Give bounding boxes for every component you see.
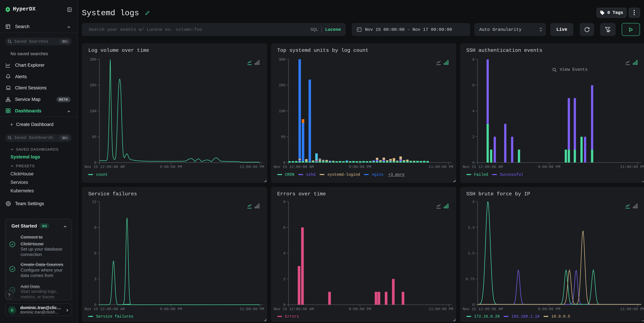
svg-text:190: 190	[90, 109, 96, 113]
svg-text:11:00:00 PM: 11:00:00 PM	[620, 165, 644, 169]
svg-text:380: 380	[278, 58, 285, 62]
svg-text:9:00:00 PM: 9:00:00 PM	[538, 307, 560, 311]
svg-text:2.3: 2.3	[468, 226, 474, 230]
svg-text:11:00:00 PM: 11:00:00 PM	[428, 307, 453, 311]
svg-text:4: 4	[283, 251, 285, 256]
svg-text:6: 6	[283, 226, 285, 230]
svg-text:1.5: 1.5	[468, 251, 474, 256]
svg-text:0.75: 0.75	[466, 277, 474, 281]
svg-text:95: 95	[92, 135, 96, 139]
svg-text:0: 0	[283, 303, 285, 307]
svg-text:0: 0	[472, 161, 474, 165]
svg-text:3: 3	[94, 277, 96, 281]
svg-text:9:00:00 PM: 9:00:00 PM	[349, 165, 371, 169]
svg-text:Nov 15 12:00:00 AM: Nov 15 12:00:00 AM	[274, 307, 314, 311]
svg-text:Nov 15 12:00:00 AM: Nov 15 12:00:00 AM	[274, 165, 314, 169]
svg-text:11:00:00 PM: 11:00:00 PM	[240, 165, 264, 169]
svg-text:95: 95	[281, 135, 285, 139]
svg-text:190: 190	[278, 109, 285, 113]
svg-text:285: 285	[278, 83, 285, 88]
svg-text:0: 0	[94, 161, 96, 165]
svg-text:Nov 15 12:00:00 AM: Nov 15 12:00:00 AM	[84, 165, 125, 169]
svg-text:9: 9	[94, 226, 96, 230]
svg-text:11:00:00 PM: 11:00:00 PM	[240, 307, 264, 311]
svg-text:2: 2	[283, 277, 285, 281]
svg-text:12: 12	[92, 200, 96, 204]
svg-text:11:00:00 PM: 11:00:00 PM	[428, 165, 453, 169]
svg-text:3: 3	[472, 200, 474, 204]
svg-text:285: 285	[90, 83, 96, 88]
svg-text:2: 2	[472, 135, 474, 139]
svg-text:9:00:00 PM: 9:00:00 PM	[349, 307, 371, 311]
svg-text:9:00:00 PM: 9:00:00 PM	[538, 165, 560, 169]
svg-text:Nov 15 12:00:00 AM: Nov 15 12:00:00 AM	[462, 307, 503, 311]
svg-text:Nov 15 12:00:00 AM: Nov 15 12:00:00 AM	[84, 307, 125, 311]
svg-text:4: 4	[472, 109, 474, 113]
svg-text:380: 380	[90, 58, 96, 62]
svg-text:0: 0	[472, 303, 474, 307]
svg-text:6: 6	[94, 251, 96, 256]
svg-text:0: 0	[283, 161, 285, 165]
svg-text:Nov 15 12:00:00 AM: Nov 15 12:00:00 AM	[462, 165, 503, 169]
svg-text:9:00:00 PM: 9:00:00 PM	[160, 165, 182, 169]
svg-text:0: 0	[94, 303, 96, 307]
svg-text:11:00:00 PM: 11:00:00 PM	[620, 307, 644, 311]
svg-text:8: 8	[283, 200, 285, 204]
svg-text:8: 8	[472, 58, 474, 62]
svg-text:9:00:00 PM: 9:00:00 PM	[160, 307, 182, 311]
svg-text:6: 6	[472, 83, 474, 88]
